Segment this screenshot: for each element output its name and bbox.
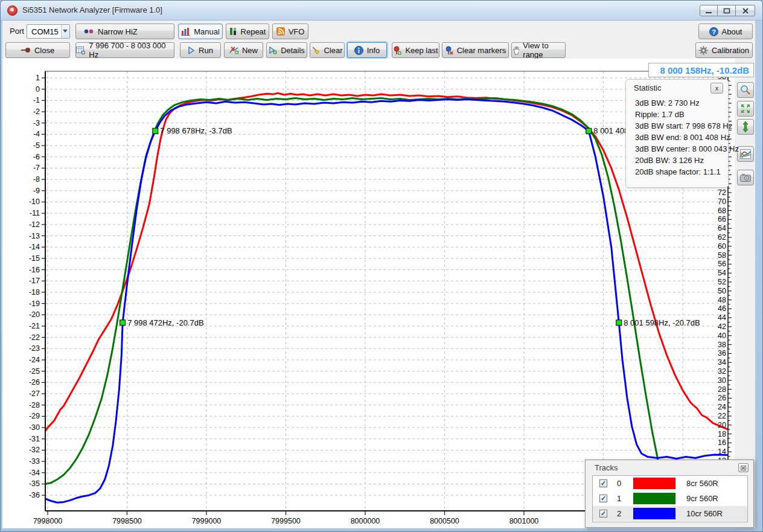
svg-text:66: 66: [718, 215, 726, 223]
clear-markers-button[interactable]: Clear markers: [442, 42, 509, 58]
svg-text:14: 14: [718, 447, 726, 456]
fit-all-button[interactable]: [737, 101, 754, 117]
statistic-lines: 3dB BW: 2 730 Hz Ripple: 1.7 dB 3dB BW s…: [635, 97, 739, 178]
minimize-button[interactable]: [700, 5, 718, 16]
chevron-down-icon: [61, 25, 69, 38]
close-icon: [742, 8, 749, 14]
minimize-icon: [705, 8, 712, 14]
svg-text:-30: -30: [29, 423, 40, 432]
svg-text:52: 52: [718, 278, 726, 286]
app-window: Si5351 Network Analyzer [Firmware 1.0] P…: [0, 0, 763, 532]
svg-text:28: 28: [718, 385, 726, 394]
new-button[interactable]: New: [224, 42, 263, 58]
track-row[interactable]: ✓ 0 8cr 560R: [593, 476, 747, 491]
svg-text:70: 70: [718, 197, 726, 206]
expand-arrows-icon: [740, 103, 751, 114]
port-value: COM15: [27, 27, 61, 36]
traces-view-button[interactable]: [737, 146, 754, 162]
port-select[interactable]: COM15: [27, 24, 70, 39]
narrow-hiz-button[interactable]: Narrow HiZ: [75, 24, 174, 39]
repeat-button[interactable]: Repeat: [226, 24, 269, 39]
manual-toggle[interactable]: Manual: [178, 24, 223, 39]
svg-text:62: 62: [718, 233, 726, 242]
svg-text:7999000: 7999000: [192, 517, 222, 525]
svg-text:36: 36: [718, 349, 726, 357]
help-icon: ?: [709, 27, 718, 36]
tracks-title: Tracks: [595, 463, 618, 472]
track-checkbox[interactable]: ✓: [599, 510, 607, 518]
svg-text:-6: -6: [33, 153, 40, 161]
svg-text:20: 20: [718, 421, 726, 429]
plug-icon: [21, 47, 31, 53]
stat-line-20db-bw: 20dB BW: 3 126 Hz: [635, 155, 739, 166]
view-to-range-button[interactable]: View to range: [511, 42, 566, 58]
pin-add-icon: [393, 46, 401, 55]
svg-text:-23: -23: [29, 344, 40, 353]
svg-text:-26: -26: [29, 378, 40, 386]
cursor-readout: 8 000 158Hz, -10.2dB: [648, 63, 754, 77]
track-color-swatch: [633, 493, 675, 504]
calibration-button[interactable]: Calibration: [695, 42, 753, 58]
svg-text:34: 34: [718, 358, 726, 367]
run-button[interactable]: Run: [180, 42, 221, 58]
screenshot-button[interactable]: [737, 170, 754, 185]
track-row[interactable]: ✓ 2 10cr 560R: [593, 506, 747, 521]
svg-text:-17: -17: [29, 277, 40, 285]
statistic-close-button[interactable]: x: [710, 83, 723, 94]
track-index: 2: [617, 509, 625, 518]
svg-text:-22: -22: [29, 333, 40, 342]
gear-icon: [699, 46, 708, 55]
svg-text:-3: -3: [33, 119, 40, 127]
title-bar[interactable]: Si5351 Network Analyzer [Firmware 1.0]: [1, 1, 762, 21]
svg-text:-31: -31: [29, 435, 40, 443]
svg-text:-14: -14: [29, 243, 40, 251]
run-icon: [188, 46, 195, 54]
svg-text:7999500: 7999500: [271, 517, 301, 525]
info-button[interactable]: Info: [347, 42, 387, 58]
svg-text:7998000: 7998000: [33, 517, 63, 525]
tracks-close-button[interactable]: [738, 463, 749, 472]
maximize-button[interactable]: [718, 5, 736, 16]
statistic-title: Statistic: [634, 83, 662, 92]
bar-chart-icon: [181, 27, 190, 36]
svg-text:-34: -34: [29, 469, 40, 477]
window-title: Si5351 Network Analyzer [Firmware 1.0]: [22, 5, 162, 14]
track-index: 1: [617, 494, 625, 503]
close-connection-button[interactable]: Close: [5, 42, 70, 58]
svg-text:-21: -21: [29, 322, 40, 330]
track-row[interactable]: ✓ 1 9cr 560R: [593, 491, 747, 506]
svg-text:68: 68: [718, 207, 726, 215]
vfo-button[interactable]: VFO: [272, 24, 308, 39]
svg-text:8000500: 8000500: [430, 517, 459, 525]
clear-button[interactable]: Clear: [310, 42, 345, 58]
close-window-button[interactable]: [736, 5, 755, 16]
track-label: 9cr 560R: [686, 494, 718, 503]
narrow-hiz-icon: [83, 28, 94, 34]
svg-text:60: 60: [718, 242, 726, 251]
fit-vertical-button[interactable]: [737, 119, 754, 135]
repeat-icon: [229, 27, 237, 36]
track-checkbox[interactable]: ✓: [599, 495, 607, 502]
svg-text:38: 38: [718, 341, 726, 349]
keep-last-button[interactable]: Keep last: [392, 42, 439, 58]
svg-text:1: 1: [36, 74, 40, 82]
svg-text:-10: -10: [29, 197, 40, 206]
track-index: 0: [617, 479, 625, 488]
pin-delete-icon: [445, 46, 453, 55]
svg-text:30: 30: [718, 376, 726, 385]
track-label: 10cr 560R: [686, 509, 723, 518]
statistic-panel: Statistic x 3dB BW: 2 730 Hz Ripple: 1.7…: [625, 79, 729, 188]
stat-line-bw-center: 3dB BW center: 8 000 043 Hz: [635, 143, 739, 155]
info-icon: [354, 46, 363, 55]
about-button[interactable]: ? About: [698, 24, 753, 39]
zoom-button[interactable]: [737, 82, 754, 98]
track-checkbox[interactable]: ✓: [599, 479, 607, 487]
svg-text:-19: -19: [29, 300, 40, 308]
details-button[interactable]: Details: [266, 42, 307, 58]
svg-text:-35: -35: [29, 479, 40, 488]
frequency-range-button[interactable]: 7 996 700 - 8 003 000 Hz: [75, 42, 174, 58]
svg-text:-33: -33: [29, 457, 40, 466]
tracks-list: ✓ 0 8cr 560R ✓ 1 9cr 560R ✓ 2 10cr 560R: [592, 475, 748, 522]
svg-text:48: 48: [718, 296, 726, 304]
svg-text:8 001 598Hz, -20.7dB: 8 001 598Hz, -20.7dB: [624, 318, 700, 327]
